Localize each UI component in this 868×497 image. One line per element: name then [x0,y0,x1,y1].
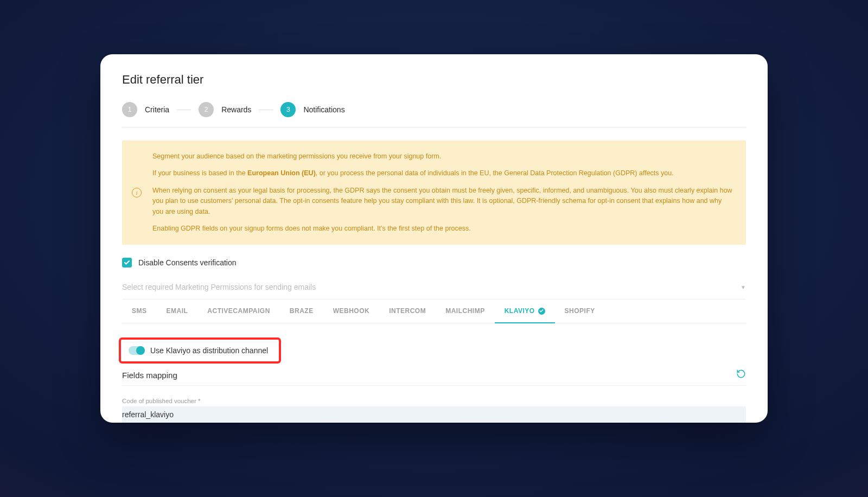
step-criteria[interactable]: 1 Criteria [122,102,169,117]
tab-activecampaign[interactable]: ACTIVECAMPAIGN [197,300,279,323]
gdpr-alert: i Segment your audience based on the mar… [122,141,746,245]
toggle-switch[interactable] [129,346,145,355]
toggle-label: Use Klaviyo as distribution channel [150,346,268,355]
step-number-2: 2 [199,102,214,117]
alert-line: When relying on consent as your legal ba… [152,186,734,217]
channel-tabs: SMS EMAIL ACTIVECAMPAIGN BRAZE WEBHOOK I… [122,300,746,323]
select-placeholder: Select required Marketing Permissions fo… [122,283,316,291]
step-number-1: 1 [122,102,137,117]
marketing-permissions-select[interactable]: Select required Marketing Permissions fo… [122,279,746,300]
step-number-3: 3 [280,102,296,117]
step-label: Rewards [221,105,251,114]
tab-shopify[interactable]: SHOPIFY [555,300,605,323]
disable-consents-label: Disable Consents verification [138,258,237,267]
tab-webhook[interactable]: WEBHOOK [323,300,380,323]
settings-card: Edit referral tier 1 Criteria 2 Rewards … [100,54,768,423]
tab-braze[interactable]: BRAZE [280,300,323,323]
highlight-annotation: Use Klaviyo as distribution channel [119,337,281,364]
tab-email[interactable]: EMAIL [157,300,198,323]
voucher-code-field: Code of published voucher * [122,398,746,423]
alert-line: If your business is based in the Europea… [152,168,734,179]
page-title: Edit referral tier [122,73,746,87]
step-connector [259,110,273,110]
chevron-down-icon: ▼ [741,284,746,290]
checkbox-checked-icon[interactable] [122,258,132,267]
tab-klaviyo[interactable]: KLAVIYO [495,300,555,323]
tab-mailchimp[interactable]: MAILCHIMP [436,300,495,323]
step-label: Criteria [145,105,169,114]
field-label: Code of published voucher * [122,398,746,404]
stepper: 1 Criteria 2 Rewards 3 Notifications [122,102,746,128]
voucher-code-input[interactable] [122,406,746,423]
content-area: i Segment your audience based on the mar… [122,128,746,423]
info-icon: i [132,188,142,197]
alert-line: Enabling GDPR fields on your signup form… [152,224,734,234]
fields-mapping-header: Fields mapping [122,369,746,386]
disable-consents-row[interactable]: Disable Consents verification [122,258,746,267]
step-label: Notifications [303,105,344,114]
step-notifications[interactable]: 3 Notifications [280,102,344,117]
use-klaviyo-toggle-row[interactable]: Use Klaviyo as distribution channel [126,343,273,358]
alert-line: Segment your audience based on the marke… [152,151,734,162]
step-connector [177,110,191,110]
reset-icon[interactable] [736,369,746,381]
toggle-knob [136,346,145,355]
check-badge-icon [538,308,545,315]
tab-sms[interactable]: SMS [122,300,157,323]
tab-intercom[interactable]: INTERCOM [379,300,436,323]
fields-mapping-title: Fields mapping [122,371,177,380]
step-rewards[interactable]: 2 Rewards [199,102,251,117]
